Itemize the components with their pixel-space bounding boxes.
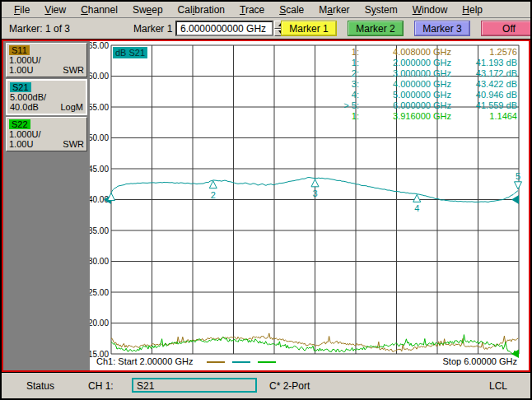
app-window: FileViewChannelSweepCalibrationTraceScal… <box>0 0 532 400</box>
channel-window: S111.000U/1.00USWRS215.000dB/40.0dBLogMS… <box>2 40 530 372</box>
trace-button-s11[interactable]: S111.000U/1.00USWR <box>6 43 87 77</box>
trace-scale: 5.000dB/ <box>10 92 83 102</box>
plot-area: 65.0060.0055.0050.0045.0040.0035.0030.00… <box>90 41 529 370</box>
y-tick-label: 55.00 <box>90 103 109 112</box>
marker-2-button[interactable]: Marker 2 <box>348 21 404 36</box>
y-tick-label: 60.00 <box>90 72 109 81</box>
y-tick-label: 65.00 <box>90 41 109 50</box>
menu-calibration[interactable]: Calibration <box>170 2 232 17</box>
trace-ref-format: 1.00USWR <box>9 139 84 149</box>
marker1-field-label: Marker 1 <box>133 23 172 35</box>
active-trace-box: S21 <box>132 378 257 393</box>
readout-s21-marker-2: 2:3.000000 GHz43.172 dB <box>326 68 517 79</box>
trace-ref-format: 1.00USWR <box>9 65 84 75</box>
legend-dash-s11 <box>207 361 225 363</box>
legend-dash-s22 <box>258 361 276 363</box>
svg-text:3: 3 <box>312 188 317 198</box>
marker-status-label: Marker: 1 of 3 <box>9 23 70 35</box>
marker-readouts: 1:4.008000 GHz1.25761:2.000000 GHz41.193… <box>326 47 517 122</box>
trace-name-chip: S22 <box>9 119 30 129</box>
readout-s11-marker-1: 1:4.008000 GHz1.2576 <box>326 47 517 58</box>
readout-s21-marker-3: 3:4.000000 GHz43.422 dB <box>326 79 517 90</box>
trace-button-s21[interactable]: S215.000dB/40.0dBLogM <box>6 79 87 115</box>
s21-marker-5: 5 <box>515 171 522 189</box>
y-tick-label: 25.00 <box>90 288 109 297</box>
calibration-status-label: C* 2-Port <box>269 380 310 392</box>
off-button[interactable]: Off <box>481 21 532 36</box>
menu-marker[interactable]: Marker <box>311 2 357 17</box>
s21-marker-3: 3 <box>311 179 319 198</box>
menu-view[interactable]: View <box>37 2 73 17</box>
status-bar: Status CH 1: S21 C* 2-Port LCL <box>2 373 530 398</box>
trace-name-chip: S11 <box>9 45 30 55</box>
trace-legend <box>207 361 283 363</box>
readout-s21-marker-4: 4:5.000000 GHz40.946 dB <box>326 90 517 100</box>
ref-level-arrow-right <box>511 195 519 204</box>
menu-sweep[interactable]: Sweep <box>125 2 170 17</box>
y-tick-label: 30.00 <box>90 257 109 266</box>
readout-s21-marker-1: 1:2.000000 GHz41.193 dB <box>326 58 517 68</box>
status-label: Status <box>26 380 54 392</box>
svg-text:4: 4 <box>414 203 419 213</box>
menu-scale[interactable]: Scale <box>272 2 311 17</box>
s21-marker-2: 2 <box>209 181 217 200</box>
marker-frequency-input[interactable] <box>175 21 273 36</box>
trace-scale: 1.000U/ <box>9 129 84 139</box>
trace-button-s22[interactable]: S221.000U/1.00USWR <box>6 117 87 151</box>
marker-buttons-group: Marker 1Marker 2Marker 3Off <box>281 21 532 36</box>
menu-window[interactable]: Window <box>405 2 455 17</box>
menu-help[interactable]: Help <box>455 2 490 17</box>
sweep-start-label: Ch1: Start 2.00000 GHz <box>96 356 193 366</box>
readout-s22-marker-1: 1:3.916000 GHz1.1464 <box>326 111 517 122</box>
sweep-annotation: Ch1: Start 2.00000 GHz Stop 6.00000 GHz <box>90 356 517 368</box>
y-tick-label: 50.00 <box>90 133 109 142</box>
marker-toolbar: Marker: 1 of 3 Marker 1 Marker 1Marker 2… <box>2 18 530 40</box>
y-tick-label: 45.00 <box>90 165 109 174</box>
y-tick-label: 20.00 <box>90 319 109 328</box>
channel-label: CH 1: <box>88 380 114 392</box>
menu-file[interactable]: File <box>7 2 37 17</box>
menu-bar: FileViewChannelSweepCalibrationTraceScal… <box>2 2 530 18</box>
s21-marker-4: 4 <box>413 194 421 213</box>
marker-1-button[interactable]: Marker 1 <box>281 21 337 36</box>
trace-scale: 1.000U/ <box>9 55 84 65</box>
marker-3-button[interactable]: Marker 3 <box>414 21 470 36</box>
menu-channel[interactable]: Channel <box>73 2 125 17</box>
menu-system[interactable]: System <box>357 2 405 17</box>
menu-trace[interactable]: Trace <box>232 2 272 17</box>
lcl-indicator: LCL <box>489 380 507 392</box>
trace-ref-format: 40.0dBLogM <box>10 102 83 112</box>
active-trace-axis-label: dB S21 <box>113 47 147 58</box>
y-tick-label: 35.00 <box>90 226 109 235</box>
trace-sidebar: S111.000U/1.00USWRS215.000dB/40.0dBLogMS… <box>3 41 90 370</box>
active-trace-name: S21 <box>137 380 154 392</box>
readout-s21-marker-5: > 5:6.000000 GHz41.559 dB <box>326 100 517 111</box>
sweep-stop-label: Stop 6.00000 GHz <box>442 356 517 366</box>
legend-dash-s21 <box>232 361 250 363</box>
svg-text:5: 5 <box>516 171 520 181</box>
svg-text:2: 2 <box>211 190 216 200</box>
trace-name-chip: S21 <box>10 82 31 92</box>
